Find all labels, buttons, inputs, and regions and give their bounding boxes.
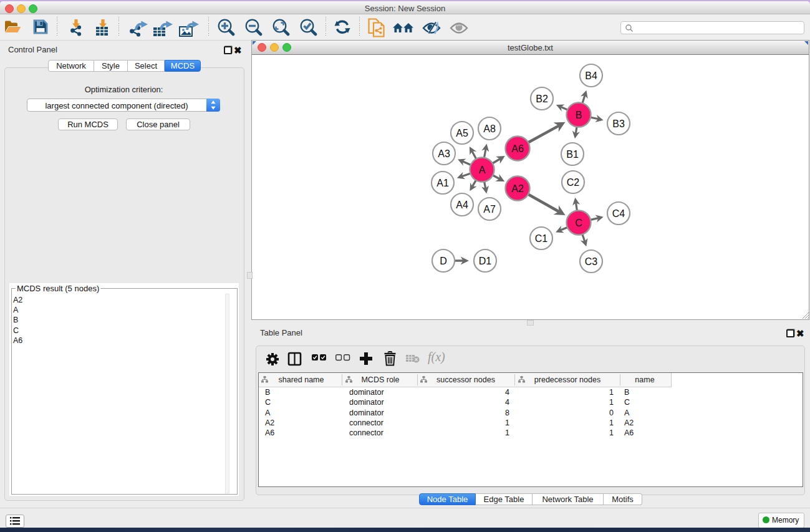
svg-text:C2: C2 [567, 177, 580, 188]
svg-text:B: B [576, 110, 582, 120]
svg-text:A1: A1 [436, 178, 449, 188]
svg-text:C: C [575, 218, 582, 228]
svg-text:B1: B1 [566, 149, 579, 160]
svg-text:C4: C4 [612, 208, 625, 219]
svg-text:A6: A6 [511, 143, 524, 154]
svg-text:A7: A7 [483, 204, 496, 215]
svg-text:B4: B4 [585, 70, 597, 81]
svg-text:B2: B2 [536, 94, 548, 104]
svg-text:A5: A5 [456, 128, 468, 138]
svg-text:D: D [440, 256, 447, 266]
svg-text:C3: C3 [585, 256, 598, 267]
svg-text:A: A [479, 165, 486, 175]
svg-text:A3: A3 [438, 148, 450, 159]
svg-text:D1: D1 [479, 256, 492, 266]
svg-text:A4: A4 [456, 200, 468, 210]
svg-text:B3: B3 [612, 118, 625, 129]
svg-text:C1: C1 [535, 233, 548, 244]
svg-text:A2: A2 [511, 183, 524, 194]
svg-text:A8: A8 [483, 123, 496, 134]
